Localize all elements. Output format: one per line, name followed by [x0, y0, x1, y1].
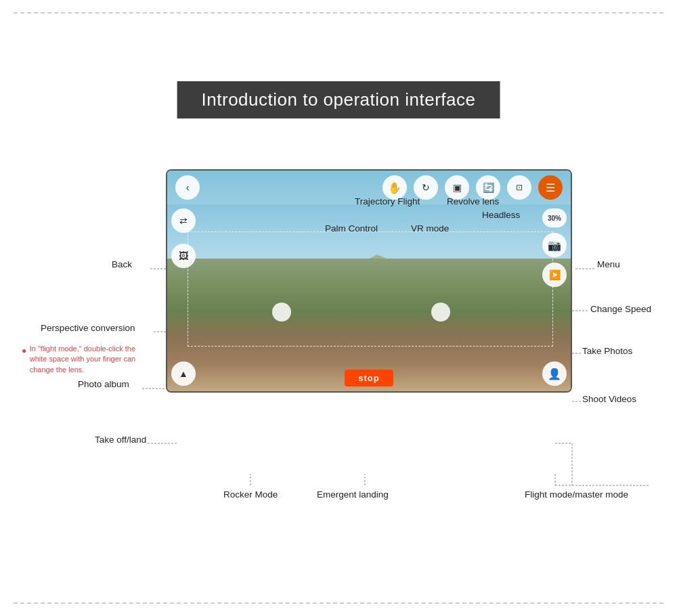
stop-button[interactable]: stop — [345, 370, 393, 387]
speed-display[interactable]: 30% — [542, 208, 567, 227]
trajectory-flight-label: Trajectory Flight — [355, 196, 420, 206]
flight-mode-note-container: ● In "flight mode," double-click the whi… — [22, 344, 145, 375]
take-photos-button[interactable]: 📷 — [542, 233, 567, 257]
page-title: Introduction to operation interface — [177, 81, 500, 118]
shoot-videos-label: Shoot Videos — [582, 394, 636, 404]
photo-album-button[interactable]: 🖼 — [171, 244, 196, 268]
vr-mode-label: VR mode — [411, 223, 449, 234]
bottom-toolbar: stop — [167, 364, 571, 391]
rocker-left[interactable] — [272, 303, 291, 322]
perspective-conversion-button[interactable]: ⇄ — [171, 208, 196, 233]
palm-control-label: Palm Control — [325, 223, 378, 234]
change-speed-label: Change Speed — [590, 304, 651, 314]
revolve-lens-label: Revolve lens — [447, 196, 499, 206]
dashed-border-bottom — [14, 602, 663, 604]
rocker-right[interactable] — [431, 303, 450, 322]
dashed-border-top — [14, 12, 663, 14]
back-label: Back — [112, 259, 132, 269]
flight-mode-master-label: Flight mode/master mode — [525, 489, 628, 500]
perspective-conversion-label: Perspective conversion — [41, 323, 135, 333]
flight-mode-note: In "flight mode," double-click the white… — [30, 344, 145, 375]
headless-label: Headless — [482, 210, 520, 220]
rocker-mode-label: Rocker Mode — [223, 489, 278, 500]
left-sidebar: ⇄ 🖼 ▲ — [167, 171, 200, 391]
take-off-land-label: Take off/land — [95, 435, 146, 445]
take-photos-label: Take Photos — [582, 346, 632, 356]
shoot-videos-button[interactable]: ▶️ — [542, 263, 567, 287]
headless-button[interactable]: ⊡ — [507, 175, 531, 200]
right-sidebar: 30% 📷 ▶️ 👤 — [538, 171, 571, 391]
photo-album-label: Photo album — [78, 379, 129, 389]
menu-label: Menu — [597, 259, 620, 269]
emergent-landing-label: Emergent landing — [317, 489, 389, 500]
bullet-dot: ● — [22, 346, 26, 355]
